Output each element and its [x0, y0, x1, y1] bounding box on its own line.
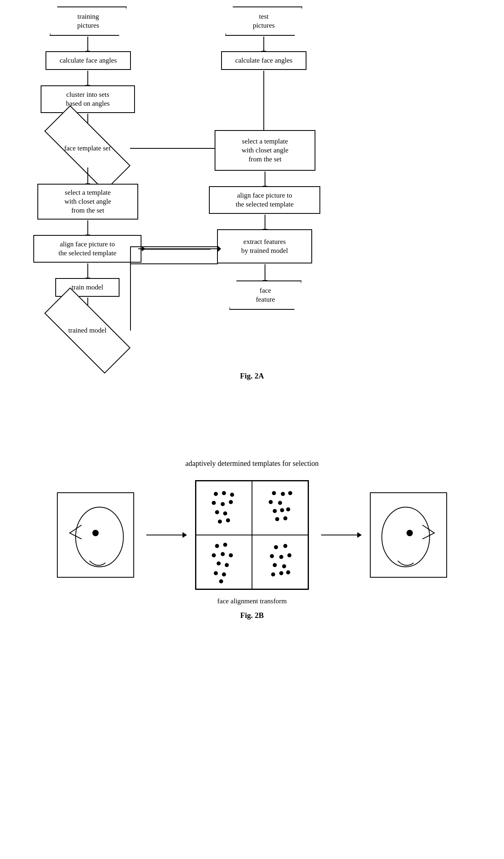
arrow-calc-to-cluster — [87, 71, 88, 85]
svg-point-32 — [274, 545, 278, 549]
svg-point-12 — [272, 491, 276, 495]
svg-point-34 — [270, 554, 274, 558]
template-cell-tr — [252, 481, 308, 535]
fig2b-title: adaptively determined templates for sele… — [0, 447, 504, 476]
align-face-right: align face picture tothe selected templa… — [209, 186, 320, 214]
svg-point-29 — [214, 571, 218, 575]
svg-point-18 — [280, 508, 284, 512]
svg-point-41 — [286, 570, 290, 574]
svg-point-38 — [282, 564, 286, 568]
svg-point-20 — [275, 517, 279, 521]
svg-point-1 — [92, 530, 99, 536]
select-template-left: select a templatewith closet anglefrom t… — [37, 184, 138, 220]
trained-to-extract-vert — [130, 246, 131, 331]
calc-face-angles-left: calculate face angles — [46, 51, 131, 70]
face-alignment-label: face alignment transform — [0, 597, 504, 605]
training-pictures-label: trainingpictures — [50, 7, 127, 36]
svg-point-9 — [223, 511, 227, 515]
face-feature-node: facefeature — [229, 281, 302, 310]
svg-point-5 — [212, 501, 216, 505]
arrow-test-to-calc — [263, 37, 264, 51]
svg-point-3 — [222, 491, 226, 495]
arrow-calc-right-to-select — [263, 71, 264, 136]
svg-point-4 — [230, 493, 234, 497]
svg-point-6 — [221, 502, 225, 506]
connector-diamond-to-select-right — [130, 148, 225, 149]
transform-arrow-2 — [321, 535, 358, 535]
svg-point-35 — [279, 555, 283, 559]
svg-point-40 — [279, 571, 283, 575]
test-pictures-node: testpictures — [225, 7, 302, 36]
arrow-train-to-calc — [87, 37, 88, 51]
arrow-diamond-to-select — [87, 167, 88, 184]
svg-point-21 — [283, 516, 287, 520]
transform-arrow-line — [146, 535, 183, 535]
trained-to-extract-horiz — [130, 246, 218, 247]
templates-section — [195, 480, 309, 590]
training-pictures-node: trainingpictures — [50, 7, 127, 36]
svg-point-37 — [273, 563, 277, 567]
test-pictures-label: testpictures — [225, 7, 302, 36]
svg-point-28 — [225, 563, 229, 567]
face-before — [57, 492, 134, 578]
face-template-set-diamond: face template set — [45, 130, 130, 167]
face-after — [370, 492, 447, 578]
svg-point-7 — [229, 500, 233, 504]
fig2b-content — [0, 476, 504, 594]
template-dots-tl — [198, 482, 250, 535]
face-feature-label: facefeature — [229, 281, 302, 310]
extract-features: extract featuresby trained model — [217, 229, 312, 263]
svg-point-25 — [221, 552, 225, 556]
svg-point-0 — [76, 507, 123, 567]
fig2b-label: Fig. 2B — [0, 611, 504, 620]
calc-face-angles-right: calculate face angles — [221, 51, 306, 70]
arrow-select-right-to-align — [265, 172, 265, 186]
svg-point-31 — [219, 579, 223, 583]
svg-point-39 — [271, 572, 275, 576]
svg-point-42 — [382, 507, 429, 567]
arrow-align-to-train — [87, 263, 88, 278]
svg-point-15 — [269, 500, 273, 504]
svg-point-16 — [278, 501, 282, 505]
svg-point-14 — [288, 491, 292, 495]
align-face-left: align face picture tothe selected templa… — [33, 235, 141, 263]
fig2a-diagram: trainingpictures calculate face angles c… — [0, 0, 504, 439]
svg-point-22 — [215, 544, 219, 548]
arrow-select-to-align-left — [87, 220, 88, 235]
connector-align-left-extract — [141, 248, 218, 249]
svg-point-30 — [222, 572, 226, 576]
svg-point-8 — [215, 510, 219, 514]
svg-point-23 — [223, 543, 227, 547]
svg-point-11 — [226, 518, 230, 522]
template-dots-bl — [198, 536, 250, 589]
svg-point-43 — [406, 530, 413, 536]
arrow-align-right-to-extract — [265, 215, 265, 229]
svg-point-33 — [283, 544, 287, 548]
svg-point-27 — [217, 561, 221, 565]
template-dots-tr — [254, 482, 306, 535]
transform-arrow — [146, 535, 183, 535]
select-template-right: select a templatewith closet anglefrom t… — [215, 130, 315, 171]
trained-model-diamond: trained model — [45, 312, 130, 349]
template-cell-bl — [196, 535, 252, 589]
fig2b-diagram: adaptively determined templates for sele… — [0, 447, 504, 620]
svg-point-2 — [214, 492, 218, 496]
connector-trained-horiz — [130, 263, 218, 264]
face-before-svg — [58, 493, 133, 577]
svg-point-19 — [286, 507, 290, 511]
transform-arrow-line-2 — [321, 535, 358, 535]
svg-point-26 — [229, 553, 233, 557]
svg-point-10 — [218, 520, 222, 524]
arrow-extract-to-face-feature — [265, 264, 265, 281]
template-cell-br — [252, 535, 308, 589]
svg-point-13 — [281, 492, 285, 496]
templates-grid — [195, 480, 309, 590]
face-after-svg — [371, 493, 446, 577]
svg-point-24 — [212, 553, 216, 557]
template-cell-tl — [196, 481, 252, 535]
fig2a-label: Fig. 2A — [0, 372, 504, 381]
template-dots-br — [254, 536, 306, 589]
svg-point-17 — [273, 509, 277, 513]
svg-point-36 — [287, 553, 291, 557]
cluster-into-sets: cluster into sets based on angles — [41, 85, 135, 113]
